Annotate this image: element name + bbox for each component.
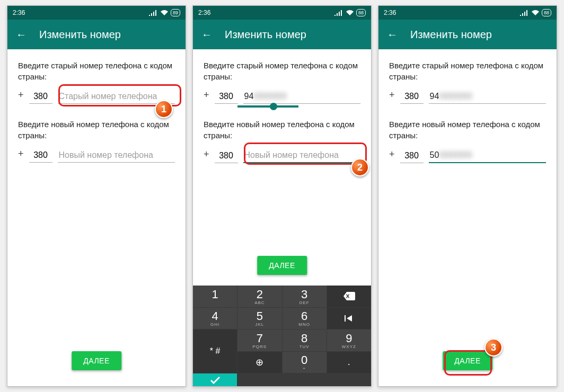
key-0[interactable]: 0+ [283,352,327,373]
plus-sign: + [204,149,209,163]
old-phone-input[interactable] [58,90,175,104]
new-phone-input-filled[interactable]: 500000000 [429,148,546,163]
key-2[interactable]: 2ABC [237,286,281,307]
status-icons: 88 [519,9,551,16]
next-button[interactable]: ДАЛЕЕ [72,351,121,370]
backspace-icon [342,290,355,302]
status-icons: 88 [334,9,366,16]
key-language[interactable]: ⊕ [237,352,281,373]
new-phone-input[interactable] [58,148,175,163]
new-country-code-input[interactable] [400,149,424,163]
new-number-prompt: Введите новый номер телефона с кодом стр… [18,119,175,141]
key-3[interactable]: 3DEF [283,286,327,307]
toolbar: ← Изменить номер [193,20,371,49]
wifi-icon [531,10,540,16]
old-phone-input-filled[interactable]: 940000000 [243,90,360,104]
phone-screen-1: 2:36 89 ← Изменить номер Введите старый … [7,5,186,387]
old-number-prompt: Введите старый номер телефона с кодом ст… [389,60,546,82]
phone-screen-2: 2:36 88 ← Изменить номер Введите старый … [192,5,372,387]
back-arrow-icon[interactable]: ← [201,29,212,41]
new-number-prompt: Введите новый номер телефона с кодом стр… [204,119,360,141]
signal-icon [519,10,529,16]
status-time: 2:36 [13,9,25,16]
key-period[interactable]: . [327,352,371,373]
toolbar-title: Изменить номер [39,29,121,41]
status-time: 2:36 [198,9,210,16]
new-country-code-input[interactable] [29,148,52,163]
signal-icon [334,10,343,16]
plus-sign: + [389,149,395,163]
key-4[interactable]: 4GHI [193,308,237,329]
signal-icon [148,10,158,16]
key-backspace[interactable] [327,286,371,307]
key-5[interactable]: 5JKL [237,308,281,329]
old-number-prompt: Введите старый номер телефона с кодом ст… [204,60,360,82]
old-phone-input-filled[interactable]: 940000000 [429,90,546,104]
status-time: 2:36 [384,9,396,16]
status-bar: 2:36 89 [7,6,186,20]
toolbar: ← Изменить номер [378,20,557,49]
plus-sign: + [18,148,24,163]
key-9[interactable]: 9WXYZ [327,329,371,351]
toolbar-title: Изменить номер [410,29,492,41]
check-icon [209,373,222,386]
key-symbols[interactable]: * # [193,329,237,373]
plus-sign: + [389,90,395,104]
text-cursor-handle[interactable] [270,103,277,110]
plus-sign: + [204,90,209,104]
key-6[interactable]: 6MNO [283,308,327,329]
old-country-code-input[interactable] [29,90,52,104]
battery-level: 88 [542,9,551,16]
wifi-icon [346,10,354,16]
old-country-code-input[interactable] [400,90,424,104]
text-selection-slider[interactable] [237,105,298,108]
new-country-code-input[interactable] [215,149,238,163]
status-bar: 2:36 88 [193,6,371,20]
toolbar: ← Изменить номер [7,20,186,49]
back-arrow-icon[interactable]: ← [387,29,398,41]
next-button[interactable]: ДАЛЕЕ [257,256,307,275]
next-button[interactable]: ДАЛЕЕ [443,351,492,370]
status-icons: 89 [148,9,180,16]
toolbar-title: Изменить номер [225,29,306,41]
plus-sign: + [18,90,24,104]
status-bar: 2:36 88 [378,6,557,20]
next-field-icon [342,312,355,325]
phone-screen-3: 2:36 88 ← Изменить номер Введите старый … [378,5,557,387]
key-next-field[interactable] [327,308,371,329]
key-done[interactable] [193,373,237,386]
new-number-prompt: Введите новый номер телефона с кодом стр… [389,119,546,141]
old-number-prompt: Введите старый номер телефона с кодом ст… [18,60,175,82]
wifi-icon [160,10,169,16]
back-arrow-icon[interactable]: ← [16,29,27,41]
battery-level: 88 [356,9,366,16]
key-7[interactable]: 7PQRS [237,329,281,351]
key-1[interactable]: 1 [193,286,237,307]
old-country-code-input[interactable] [215,90,238,104]
battery-level: 89 [171,9,180,16]
numeric-keypad: 1 2ABC 3DEF 4GHI 5JKL 6MNO 7PQRS 8TUV 9W… [193,286,371,386]
new-phone-input[interactable] [243,148,360,163]
key-8[interactable]: 8TUV [283,329,327,351]
